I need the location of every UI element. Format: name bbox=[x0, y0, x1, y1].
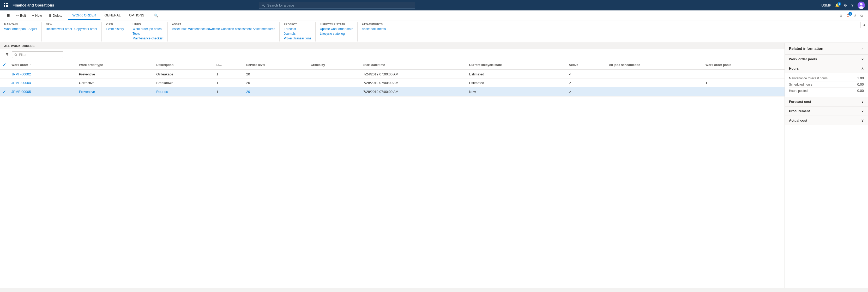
filter-input[interactable] bbox=[19, 53, 61, 57]
panel-section-work-order-pools-header[interactable]: Work order pools ∨ bbox=[785, 55, 868, 64]
fullscreen-btn[interactable]: ⊞ bbox=[839, 13, 843, 19]
right-panel-collapse-btn[interactable]: › bbox=[861, 46, 864, 51]
panel-section-procurement-title: Procurement bbox=[789, 109, 810, 113]
ribbon-journals[interactable]: Journals bbox=[284, 32, 311, 36]
row-work-order-pools-0 bbox=[702, 70, 784, 79]
settings-icon[interactable]: ⚙ bbox=[844, 3, 847, 7]
row-all-jobs-scheduled-1 bbox=[606, 79, 702, 87]
new-button[interactable]: + New bbox=[29, 12, 44, 19]
chevron-down-icon-actual: ∨ bbox=[861, 118, 864, 122]
content-area: ALL WORK ORDERS bbox=[0, 43, 784, 288]
filter-icon-btn[interactable] bbox=[4, 52, 10, 57]
search-tab-icon[interactable]: 🔍 bbox=[152, 12, 161, 19]
chevron-up-icon-hours: ∧ bbox=[861, 66, 864, 70]
ribbon-lifecycle-state-log[interactable]: Lifecycle state log bbox=[320, 32, 353, 36]
tab-options[interactable]: OPTIONS bbox=[125, 11, 149, 20]
svg-line-10 bbox=[264, 5, 265, 6]
work-order-type-link-2[interactable]: Preventive bbox=[79, 90, 95, 94]
col-work-order-pools[interactable]: Work order pools bbox=[702, 60, 784, 70]
table-row[interactable]: JPMF-00002 Preventive Oil leakage 1 20 7… bbox=[0, 70, 784, 79]
ribbon-project-transactions[interactable]: Project transactions bbox=[284, 36, 311, 40]
help-icon[interactable]: ? bbox=[851, 3, 854, 7]
row-description-1: Breakdown bbox=[153, 79, 213, 87]
row-work-order-0[interactable]: JPMF-00002 bbox=[8, 70, 76, 79]
notification-icon[interactable]: 🔔 1 bbox=[835, 3, 840, 7]
work-order-link-2[interactable]: JPMF-00005 bbox=[11, 90, 31, 94]
row-checkbox-0[interactable] bbox=[0, 70, 8, 79]
work-order-link-0[interactable]: JPMF-00002 bbox=[11, 72, 31, 76]
col-lifecycle-state[interactable]: Current lifecycle state bbox=[466, 60, 565, 70]
panel-section-hours-header[interactable]: Hours ∧ bbox=[785, 64, 868, 73]
filter-input-wrap[interactable] bbox=[12, 51, 63, 58]
ribbon-asset-fault[interactable]: Asset fault bbox=[172, 27, 186, 31]
col-li[interactable]: Li... bbox=[213, 60, 243, 70]
collapse-ribbon-btn[interactable]: ▲ bbox=[861, 22, 868, 28]
row-checkbox-1[interactable] bbox=[0, 79, 8, 87]
table-row[interactable]: JPMF-00004 Corrective Breakdown 1 20 7/2… bbox=[0, 79, 784, 87]
hamburger-button[interactable]: ☰ bbox=[4, 12, 12, 19]
open-new-window-btn[interactable]: ⧉ bbox=[859, 13, 864, 19]
row-checkbox-2[interactable]: ✓ bbox=[0, 87, 8, 96]
ribbon-event-history[interactable]: Event history bbox=[106, 27, 124, 31]
ribbon-group-maintain-title: MAINTAIN bbox=[4, 23, 37, 26]
ribbon-asset-measures[interactable]: Asset measures bbox=[253, 27, 275, 31]
row-li-0: 1 bbox=[213, 70, 243, 79]
row-work-order-type-0: Preventive bbox=[76, 70, 153, 79]
description-link-2[interactable]: Rounds bbox=[156, 90, 168, 94]
ribbon-asset-documents[interactable]: Asset documents bbox=[362, 27, 386, 31]
row-active-1: ✓ bbox=[566, 79, 606, 87]
svg-rect-1 bbox=[6, 3, 7, 4]
table-row[interactable]: ✓ JPMF-00005 Preventive Rounds 1 20 7/28… bbox=[0, 87, 784, 96]
col-work-order[interactable]: Work order ↑ bbox=[8, 60, 76, 70]
col-start-datetime[interactable]: Start date/time bbox=[360, 60, 466, 70]
avatar[interactable] bbox=[858, 2, 865, 9]
panel-section-work-order-pools: Work order pools ∨ bbox=[785, 55, 868, 64]
ribbon-group-lifecycle-title: LIFECYCLE STATE bbox=[320, 23, 353, 26]
ribbon-maintenance-checklist[interactable]: Maintenance checklist bbox=[132, 36, 163, 40]
row-work-order-2[interactable]: JPMF-00005 bbox=[8, 87, 76, 96]
row-work-order-1[interactable]: JPMF-00004 bbox=[8, 79, 76, 87]
col-criticality[interactable]: Criticality bbox=[308, 60, 360, 70]
header-checkbox[interactable]: ✓ bbox=[3, 62, 6, 67]
ribbon-copy-work-order[interactable]: Copy work order bbox=[74, 27, 97, 31]
ribbon-condition-assessment[interactable]: Condition assessment bbox=[221, 27, 252, 31]
panel-section-procurement-header[interactable]: Procurement ∨ bbox=[785, 107, 868, 116]
ribbon-related-work-order[interactable]: Related work order bbox=[46, 27, 72, 31]
tab-bar: WORK ORDER GENERAL OPTIONS bbox=[68, 11, 149, 20]
svg-point-12 bbox=[860, 3, 863, 5]
tab-general[interactable]: GENERAL bbox=[100, 11, 125, 20]
ribbon-group-lines: LINES Work order job notes Tools Mainten… bbox=[128, 22, 168, 41]
ribbon-adjust[interactable]: Adjust bbox=[28, 27, 37, 31]
col-work-order-type[interactable]: Work order type bbox=[76, 60, 153, 70]
row-start-datetime-0: 7/24/2019 07:00:00 AM bbox=[360, 70, 466, 79]
edit-button[interactable]: ✏ Edit bbox=[13, 12, 28, 19]
ribbon-group-maintain: MAINTAIN Work order pool Adjust bbox=[0, 22, 42, 41]
col-checkbox[interactable]: ✓ bbox=[0, 60, 8, 70]
ribbon-work-order-job-notes[interactable]: Work order job notes bbox=[132, 27, 163, 31]
svg-rect-8 bbox=[7, 6, 8, 7]
office365-btn[interactable]: O 0 bbox=[845, 12, 850, 19]
svg-rect-4 bbox=[6, 5, 7, 6]
col-active[interactable]: Active bbox=[566, 60, 606, 70]
table-header-row: ✓ Work order ↑ Work order type Descripti… bbox=[0, 60, 784, 70]
ribbon-work-order-pool[interactable]: Work order pool bbox=[4, 27, 26, 31]
service-level-link-2[interactable]: 20 bbox=[246, 90, 250, 94]
col-description[interactable]: Description bbox=[153, 60, 213, 70]
delete-button[interactable]: 🗑 Delete bbox=[45, 12, 65, 19]
refresh-btn[interactable]: ↺ bbox=[852, 13, 857, 19]
ribbon-forecast[interactable]: Forecast bbox=[284, 27, 311, 31]
ribbon-maintenance-downtime[interactable]: Maintenance downtime bbox=[188, 27, 220, 31]
panel-section-forecast-cost-header[interactable]: Forecast cost ∨ bbox=[785, 97, 868, 106]
search-input[interactable] bbox=[267, 3, 413, 7]
waffle-menu[interactable] bbox=[3, 2, 9, 8]
work-order-link-1[interactable]: JPMF-00004 bbox=[11, 81, 31, 85]
search-bar[interactable] bbox=[259, 2, 415, 9]
ribbon-tools[interactable]: Tools bbox=[132, 32, 163, 36]
ribbon-update-work-order-state[interactable]: Update work order state bbox=[320, 27, 353, 31]
col-service-level[interactable]: Service level bbox=[243, 60, 308, 70]
panel-section-actual-cost-header[interactable]: Actual cost ∨ bbox=[785, 116, 868, 125]
tab-work-order[interactable]: WORK ORDER bbox=[68, 11, 100, 20]
row-li-1: 1 bbox=[213, 79, 243, 87]
panel-row-scheduled-hours: Scheduled hours 0.00 bbox=[789, 81, 864, 88]
col-all-jobs-scheduled[interactable]: All jobs scheduled to bbox=[606, 60, 702, 70]
